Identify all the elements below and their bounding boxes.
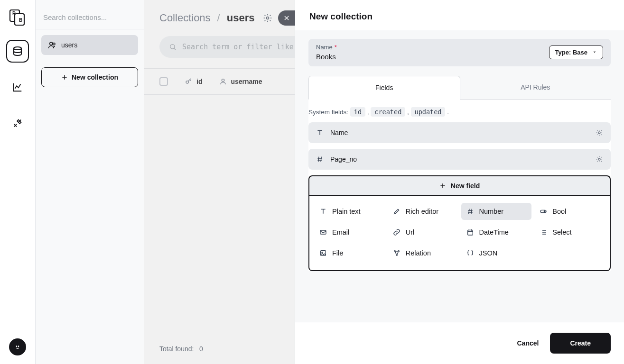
field-row-name[interactable]: Name (308, 122, 611, 143)
sysfield-updated: updated (411, 107, 446, 117)
pencil-icon (392, 208, 401, 215)
app-logo: P B (9, 9, 27, 27)
required-asterisk: * (335, 44, 337, 51)
nav-settings[interactable] (6, 112, 29, 135)
field-type-datetime[interactable]: DateTime (461, 224, 532, 241)
ft-label: Relation (406, 249, 431, 257)
name-label: Name (316, 44, 333, 51)
ft-label: Select (552, 228, 571, 236)
sidebar-item-users[interactable]: users (41, 35, 138, 55)
svg-point-14 (598, 158, 600, 160)
text-icon (316, 129, 324, 136)
tab-fields[interactable]: Fields (308, 76, 460, 100)
type-label: Type: Base (555, 49, 587, 56)
field-type-select[interactable]: Select (534, 224, 605, 241)
field-type-relation[interactable]: Relation (388, 245, 458, 262)
select-all-checkbox[interactable] (159, 77, 168, 86)
ft-label: DateTime (479, 228, 509, 236)
column-username[interactable]: username (219, 78, 262, 85)
footer-label: Total found: (159, 345, 194, 353)
svg-rect-18 (467, 230, 473, 235)
breadcrumb-separator: / (217, 12, 220, 24)
user-icon (219, 78, 227, 85)
new-field-button[interactable]: New field (308, 175, 611, 196)
plus-icon (61, 74, 68, 81)
new-field-label: New field (451, 182, 480, 190)
collection-type-dropdown[interactable]: Type: Base (549, 46, 603, 59)
field-type-url[interactable]: Url (388, 224, 458, 241)
svg-point-6 (18, 346, 19, 346)
collection-name-field[interactable]: Name * Books Type: Base (308, 39, 611, 66)
chevron-down-icon (592, 50, 597, 55)
key-icon (185, 78, 193, 85)
svg-point-23 (396, 255, 397, 256)
nav-collections[interactable] (6, 40, 29, 63)
sidebar-item-label: users (61, 41, 77, 49)
breadcrumb-root: Collections (159, 12, 211, 24)
field-row-page-no[interactable]: Page_no (308, 149, 611, 170)
breadcrumb-current: users (227, 12, 255, 24)
svg-text:P: P (12, 11, 16, 16)
svg-point-10 (170, 45, 175, 49)
tab-api-rules[interactable]: API Rules (460, 76, 611, 99)
relation-icon (392, 249, 401, 257)
nav-rail: P B (0, 0, 35, 364)
svg-point-21 (394, 251, 395, 252)
nav-logs[interactable] (6, 76, 29, 99)
field-pageno-label: Page_no (330, 155, 357, 163)
field-type-grid: Plain text Rich editor Number Bool (308, 196, 611, 271)
search-collections-input[interactable]: Search collections... (36, 0, 144, 29)
mail-icon (319, 228, 327, 236)
search-icon (169, 43, 177, 51)
ft-label: Bool (552, 208, 566, 215)
svg-point-16 (544, 211, 546, 212)
system-fields-row: System fields: id , created , updated . (308, 108, 611, 122)
collections-sidebar: Search collections... users New collecti… (35, 0, 144, 364)
field-type-bool[interactable]: Bool (534, 203, 605, 220)
list-icon (539, 228, 548, 236)
svg-point-13 (598, 132, 600, 134)
new-collection-panel: New collection Name * Books Type: Base (295, 0, 624, 364)
create-label: Create (570, 339, 591, 347)
field-name-label: Name (330, 129, 348, 136)
svg-point-8 (53, 43, 56, 46)
panel-tabs: Fields API Rules (308, 76, 611, 100)
new-collection-button[interactable]: New collection (41, 67, 138, 87)
svg-point-22 (398, 251, 399, 252)
field-type-file[interactable]: File (314, 245, 385, 262)
sysfield-created: created (371, 107, 405, 117)
toggle-icon (539, 208, 548, 215)
collection-settings-icon[interactable] (261, 11, 274, 25)
plus-icon (439, 182, 446, 189)
field-type-number[interactable]: Number (461, 203, 532, 220)
ft-label: Email (332, 228, 349, 236)
footer-count: 0 (199, 345, 203, 353)
hash-icon (316, 155, 324, 163)
tab-api-rules-label: API Rules (521, 83, 550, 91)
search-placeholder: Search collections... (43, 13, 107, 21)
close-panel-button[interactable] (278, 10, 295, 26)
ft-label: Number (479, 208, 504, 215)
field-type-plain-text[interactable]: Plain text (314, 203, 385, 220)
hash-icon (466, 208, 475, 215)
ft-label: JSON (479, 249, 498, 257)
system-fields-label: System fields: (308, 109, 348, 116)
cancel-button[interactable]: Cancel (517, 339, 539, 347)
svg-point-4 (14, 47, 21, 50)
field-settings-icon[interactable] (596, 129, 603, 136)
feedback-button[interactable] (9, 338, 26, 355)
svg-rect-19 (321, 251, 326, 256)
field-settings-icon[interactable] (596, 155, 603, 163)
create-button[interactable]: Create (550, 333, 611, 354)
field-type-json[interactable]: JSON (461, 245, 532, 262)
field-type-email[interactable]: Email (314, 224, 385, 241)
sysfield-id: id (350, 107, 365, 117)
text-icon (319, 208, 327, 215)
column-id[interactable]: id (185, 78, 202, 85)
search-records-placeholder: Search term or filter like c (182, 43, 302, 51)
panel-footer: Cancel Create (295, 322, 624, 364)
svg-point-9 (267, 17, 269, 19)
calendar-icon (466, 228, 475, 236)
field-type-rich-editor[interactable]: Rich editor (388, 203, 458, 220)
name-value: Books (316, 53, 337, 61)
